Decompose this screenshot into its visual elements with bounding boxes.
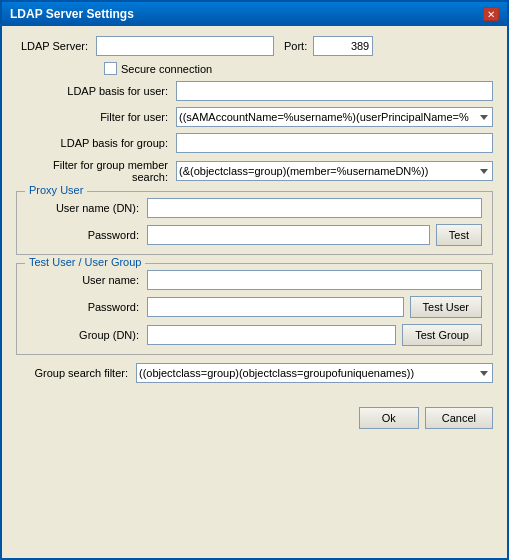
title-bar: LDAP Server Settings ✕ (2, 2, 507, 26)
group-search-filter-select[interactable]: ((objectclass=group)(objectclass=groupof… (136, 363, 493, 383)
test-group-label: Group (DN): (27, 329, 147, 341)
dialog-buttons: Ok Cancel (2, 403, 507, 439)
proxy-username-label: User name (DN): (27, 202, 147, 214)
ldap-basis-group-input[interactable] (176, 133, 493, 153)
cancel-button[interactable]: Cancel (425, 407, 493, 429)
proxy-password-input[interactable] (147, 225, 430, 245)
secure-connection-row: Secure connection (16, 62, 493, 75)
test-group-button[interactable]: Test Group (402, 324, 482, 346)
group-search-filter-label: Group search filter: (16, 367, 136, 379)
filter-user-label: Filter for user: (16, 111, 176, 123)
test-username-row: User name: (27, 270, 482, 290)
test-user-group-section: Test User / User Group User name: Passwo… (16, 263, 493, 355)
filter-group-select[interactable]: (&(objectclass=group)(member=%usernameDN… (176, 161, 493, 181)
ldap-basis-user-label: LDAP basis for user: (16, 85, 176, 97)
port-label: Port: (284, 40, 307, 52)
form-content: LDAP Server: Port: Secure connection LDA… (2, 26, 507, 403)
filter-group-row: Filter for group member search: (&(objec… (16, 159, 493, 183)
test-password-input[interactable] (147, 297, 404, 317)
test-username-input[interactable] (147, 270, 482, 290)
test-group-input[interactable] (147, 325, 396, 345)
test-username-label: User name: (27, 274, 147, 286)
ok-button[interactable]: Ok (359, 407, 419, 429)
test-user-button[interactable]: Test User (410, 296, 482, 318)
secure-connection-text: Secure connection (121, 63, 212, 75)
port-input[interactable] (313, 36, 373, 56)
proxy-user-section: Proxy User User name (DN): Password: Tes… (16, 191, 493, 255)
close-button[interactable]: ✕ (483, 7, 499, 21)
window-title: LDAP Server Settings (10, 7, 134, 21)
filter-user-row: Filter for user: ((sAMAccountName=%usern… (16, 107, 493, 127)
proxy-password-row: Password: Test (27, 224, 482, 246)
ldap-basis-group-label: LDAP basis for group: (16, 137, 176, 149)
proxy-user-title: Proxy User (25, 184, 87, 196)
group-search-filter-row: Group search filter: ((objectclass=group… (16, 363, 493, 383)
proxy-username-row: User name (DN): (27, 198, 482, 218)
filter-user-select[interactable]: ((sAMAccountName=%username%)(userPrincip… (176, 107, 493, 127)
proxy-password-label: Password: (27, 229, 147, 241)
ldap-basis-group-row: LDAP basis for group: (16, 133, 493, 153)
ldap-server-input[interactable] (96, 36, 274, 56)
proxy-username-input[interactable] (147, 198, 482, 218)
ldap-basis-user-input[interactable] (176, 81, 493, 101)
test-group-row: Group (DN): Test Group (27, 324, 482, 346)
ldap-server-row: LDAP Server: Port: (16, 36, 493, 56)
test-password-row: Password: Test User (27, 296, 482, 318)
ldap-settings-window: LDAP Server Settings ✕ LDAP Server: Port… (0, 0, 509, 560)
test-button[interactable]: Test (436, 224, 482, 246)
test-password-label: Password: (27, 301, 147, 313)
test-user-group-title: Test User / User Group (25, 256, 145, 268)
filter-group-label: Filter for group member search: (16, 159, 176, 183)
secure-connection-checkbox[interactable] (104, 62, 117, 75)
secure-connection-label[interactable]: Secure connection (104, 62, 212, 75)
ldap-basis-user-row: LDAP basis for user: (16, 81, 493, 101)
ldap-server-label: LDAP Server: (16, 40, 96, 52)
